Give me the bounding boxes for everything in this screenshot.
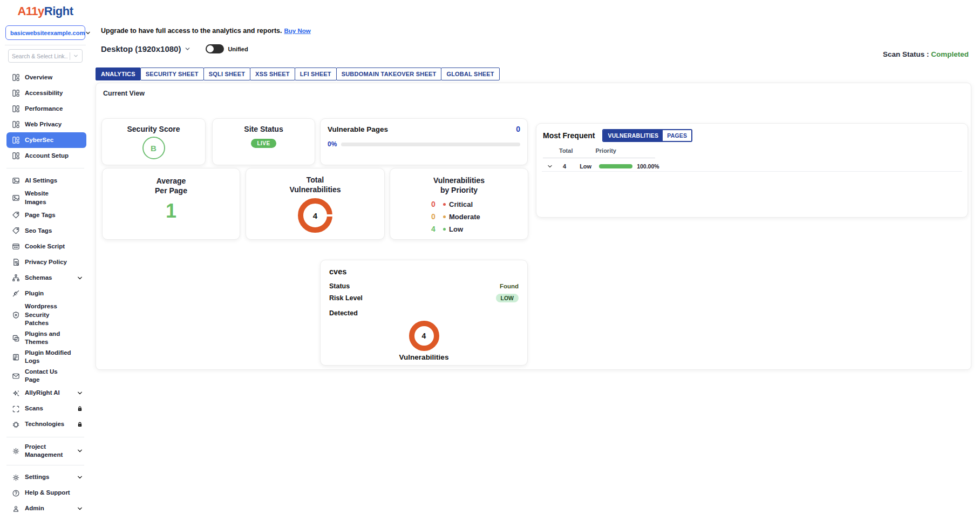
sidebar-item-seo-tags[interactable]: Seo Tags [6, 223, 86, 239]
current-view-panel: Current View Security Score B Site Statu… [96, 83, 971, 370]
sidebar-item-cookie-script[interactable]: Cookie Script [6, 239, 86, 254]
unified-toggle[interactable] [206, 44, 224, 53]
site-selector-value: basicwebsiteexample.com [10, 30, 85, 36]
sidebar-item-admin[interactable]: Admin [6, 501, 86, 517]
cves-detected-label: Detected [329, 309, 358, 317]
sidebar-item-schemas[interactable]: Schemas [6, 270, 86, 286]
chevron-down-icon[interactable] [77, 505, 83, 512]
sidebar-item-plugin[interactable]: Plugin [6, 286, 86, 301]
sidebar: A11yRight basicwebsiteexample.com Search… [0, 0, 91, 520]
tab-security-sheet[interactable]: SECURITY SHEET [140, 67, 204, 80]
device-selector[interactable]: Desktop (1920x1080) [101, 44, 181, 53]
chevron-down-icon[interactable] [77, 390, 83, 396]
chevron-down-icon[interactable] [77, 474, 83, 481]
app-logo: A11yRight [0, 0, 91, 18]
priority-rows: 0Critical0Moderate4Low [390, 200, 528, 233]
security-grade: B [151, 144, 156, 153]
sidebar-item-label: CyberSec [25, 136, 53, 145]
buy-now-link[interactable]: Buy Now [284, 28, 311, 34]
scan-icon [12, 405, 20, 413]
cves-vulnerabilities-value: 4 [422, 332, 426, 340]
sidebar-item-website-images[interactable]: Website Images [6, 188, 86, 207]
sidebar-item-contact-us-page[interactable]: Contact Us Page [6, 367, 86, 386]
site-selector-dropdown[interactable]: basicwebsiteexample.com [5, 25, 85, 40]
dashboard-icon [12, 136, 20, 144]
column-total: Total [559, 147, 573, 154]
select-separator [70, 52, 70, 60]
sidebar-item-privacy-policy[interactable]: Privacy Policy [6, 254, 86, 270]
site-status-title: Site Status [213, 125, 315, 133]
sidebar-item-overview[interactable]: Overview [6, 70, 86, 85]
sidebar-item-label: Help & Support [25, 489, 70, 497]
sidebar-item-cybersec[interactable]: CyberSec [6, 132, 86, 148]
priority-dot-icon [443, 228, 446, 231]
help-icon [12, 489, 20, 497]
vulnerable-pages-percent: 0% [328, 140, 337, 148]
panel-title: Current View [103, 90, 145, 97]
upgrade-text: Upgrade to have full access to the analy… [101, 27, 282, 35]
sidebar-item-wordpress-security-patches[interactable]: Wordpress Security Patches [6, 301, 86, 329]
sparkle-icon [12, 389, 20, 397]
cves-caption: Vulnerabilities [329, 353, 519, 361]
sidebar-item-web-privacy[interactable]: Web Privacy [6, 117, 86, 132]
sidebar-item-ai-settings[interactable]: AI Settings [6, 173, 86, 188]
toggle-knob [207, 45, 214, 52]
sidebar-item-accessibility[interactable]: Accessibility [6, 85, 86, 101]
sidebar-item-help-support[interactable]: Help & Support [6, 485, 86, 501]
document-icon [12, 258, 20, 266]
priority-dot-icon [443, 215, 446, 218]
chevron-down-icon[interactable] [77, 275, 83, 281]
sidebar-item-technologies[interactable]: Technologies [6, 417, 86, 433]
security-score-title: Security Score [102, 125, 205, 133]
cves-status-value: Found [500, 283, 519, 289]
sidebar-item-label: Plugin Modified Logs [25, 349, 71, 366]
total-vuln-title-line1: Total [246, 175, 384, 185]
tab-lfi-sheet[interactable]: LFI SHEET [295, 67, 337, 80]
tab-analytics[interactable]: ANALYTICS [96, 67, 141, 80]
average-title-line2: Per Page [103, 186, 240, 195]
sidebar-divider [6, 168, 84, 168]
most-frequent-tab-pages[interactable]: PAGES [663, 130, 691, 141]
layers-icon [12, 334, 20, 342]
sidebar-item-project-management[interactable]: Project Management [6, 442, 86, 461]
tab-xss-sheet[interactable]: XSS SHEET [250, 67, 295, 80]
sidebar-item-plugin-modified-logs[interactable]: Plugin Modified Logs [6, 348, 86, 367]
tab-subdomain-takeover-sheet[interactable]: SUBDOMAIN TAKEOVER SHEET [336, 67, 442, 80]
image-icon [12, 177, 20, 185]
priority-label: Critical [449, 200, 473, 208]
sidebar-item-account-setup[interactable]: Account Setup [6, 148, 86, 164]
sidebar-divider [5, 45, 86, 45]
sidebar-item-allyright-ai[interactable]: AllyRight AI [6, 386, 86, 401]
donut-gap [326, 214, 332, 217]
sidebar-item-plugins-and-themes[interactable]: Plugins and Themes [6, 329, 86, 348]
unified-toggle-label: Unified [228, 46, 248, 52]
sidebar-item-page-tags[interactable]: Page Tags [6, 207, 86, 223]
image-icon [12, 194, 20, 202]
sidebar-item-settings[interactable]: Settings [6, 470, 86, 485]
row-priority-value: Low [580, 163, 591, 170]
chip-icon [12, 421, 20, 429]
average-per-page-card: Average Per Page 1 [102, 168, 240, 240]
link-search-select[interactable]: Search & Select Link... [8, 49, 83, 63]
device-row: Desktop (1920x1080) Unified [101, 44, 248, 53]
sidebar-item-performance[interactable]: Performance [6, 101, 86, 117]
sidebar-item-scans[interactable]: Scans [6, 401, 86, 417]
sidebar-item-label: Overview [25, 73, 52, 82]
gear-icon [12, 474, 20, 482]
lock-icon [77, 421, 83, 428]
most-frequent-tab-vulnerablities[interactable]: VULNERABLITIES [603, 130, 663, 141]
row-expand-chevron-icon[interactable] [547, 164, 553, 169]
security-score-card: Security Score B [101, 118, 206, 165]
sidebar-item-label: Seo Tags [25, 227, 52, 235]
row-percent-bar [599, 164, 632, 168]
cves-status-label: Status [329, 282, 350, 290]
tab-sqli-sheet[interactable]: SQLI SHEET [203, 67, 250, 80]
chevron-down-icon[interactable] [77, 448, 83, 454]
tab-global-sheet[interactable]: GLOBAL SHEET [441, 67, 499, 80]
chevron-down-icon[interactable] [184, 45, 191, 52]
gear-icon [12, 447, 20, 455]
priority-title-line1: Vulnerabilities [390, 175, 528, 185]
tag-icon [12, 211, 20, 219]
table-row[interactable]: 4 Low 100.00% [543, 163, 961, 170]
security-grade-circle: B [142, 137, 165, 159]
